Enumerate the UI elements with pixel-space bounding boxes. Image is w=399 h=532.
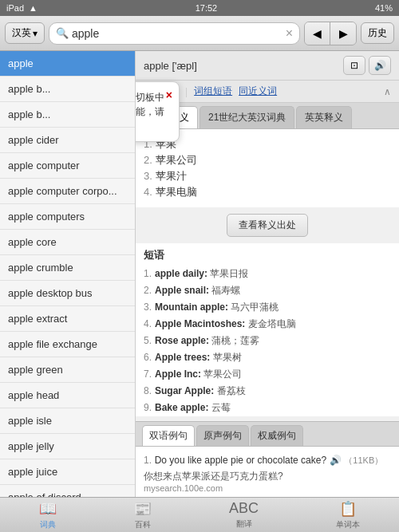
- bottom-tab-icon: ABC: [229, 500, 259, 517]
- dict-tab[interactable]: 英英释义: [296, 106, 352, 128]
- word-item[interactable]: apple b...: [0, 77, 135, 102]
- word-item[interactable]: apple isle: [0, 408, 135, 434]
- bottom-tab[interactable]: 📖 词典: [26, 497, 69, 533]
- bottom-tab-bar: 📖 词典 📰 百科 ABC 翻译 📋 单词本: [0, 497, 399, 532]
- bottom-tab[interactable]: 📰 百科: [121, 497, 164, 533]
- lang-switch-label: 汉英: [12, 26, 31, 40]
- word-item[interactable]: apple b...: [0, 102, 135, 128]
- example-tabs: 双语例句原声例句权威例句: [136, 421, 399, 447]
- toolbar: 汉英 ▾ 🔍 × ◀ ▶ 历史: [0, 16, 399, 51]
- phrase-item: 2.Apple snail: 福寿螺: [136, 282, 399, 299]
- search-icon: 🔍: [56, 27, 69, 39]
- lang-switch-button[interactable]: 汉英 ▾: [5, 22, 45, 44]
- tooltip-text: 有道词典将自动为您查询剪切板中的英文单词。如需关闭此功能，请到系统设置中更改。: [136, 92, 164, 132]
- bottom-tab-label: 百科: [135, 519, 151, 530]
- nav-buttons: ◀ ▶: [304, 22, 357, 45]
- bottom-tab-icon: 📋: [339, 500, 357, 518]
- status-left: iPad ▲: [6, 3, 38, 13]
- dict-item: 2.苹果公司: [144, 153, 391, 167]
- example-tab[interactable]: 双语例句: [142, 425, 195, 446]
- header-buttons: ⊡ 🔊: [343, 56, 391, 75]
- word-item[interactable]: apple desktop bus: [0, 281, 135, 306]
- chevron-down-icon: ▾: [33, 28, 38, 39]
- nav-forward-button[interactable]: ▶: [330, 22, 356, 45]
- clear-icon[interactable]: ×: [286, 26, 293, 41]
- example-tab[interactable]: 权威例句: [251, 425, 303, 446]
- dict-item: 1.苹果: [144, 137, 391, 152]
- word-item[interactable]: apple: [0, 51, 135, 77]
- bottom-tab-label: 词典: [40, 519, 56, 530]
- bottom-tab-label: 单词本: [336, 519, 360, 530]
- phrase-item: 9.Bake apple: 云莓: [136, 400, 399, 416]
- word-list: appleapple b...apple b...apple ciderappl…: [0, 51, 136, 497]
- word-item[interactable]: apple crumble: [0, 255, 135, 281]
- status-bar: iPad ▲ 17:52 41%: [0, 0, 399, 16]
- dict-item: 3.苹果汁: [144, 169, 391, 183]
- bottom-tab-icon: 📰: [134, 500, 152, 518]
- phonetic-header: apple ['æpl] ⊡ 🔊 有道词典将自动为您查询剪切板中的英文单词。如需…: [136, 51, 399, 81]
- history-button[interactable]: 历史: [361, 22, 394, 44]
- sound-button[interactable]: 🔊: [369, 56, 391, 75]
- battery: 41%: [375, 3, 393, 13]
- phrase-item: 4.Apple Macintoshes: 麦金塔电脑: [136, 316, 399, 333]
- tooltip-close-button[interactable]: ×: [166, 87, 172, 104]
- phrase-item: 8.Sugar Apple: 番荔枝: [136, 383, 399, 400]
- example-tab[interactable]: 原声例句: [196, 425, 249, 446]
- collapse-icon[interactable]: ∧: [384, 86, 391, 97]
- word-item[interactable]: apple core: [0, 230, 135, 255]
- bottom-tab-label: 翻译: [236, 518, 252, 530]
- word-item[interactable]: apple computers: [0, 204, 135, 230]
- word-item[interactable]: apple green: [0, 357, 135, 383]
- word-item[interactable]: apple juice: [0, 459, 135, 485]
- main-area: appleapple b...apple b...apple ciderappl…: [0, 51, 399, 497]
- example-block: 1. Do you like apple pie or chocolate ca…: [144, 453, 391, 493]
- word-item[interactable]: apple cider: [0, 128, 135, 153]
- phrases-list: 1.apple daily: 苹果日报2.Apple snail: 福寿螺3.M…: [136, 266, 399, 416]
- history-label: 历史: [368, 27, 387, 38]
- word-item[interactable]: apple of discord: [0, 485, 135, 497]
- status-time: 17:52: [196, 3, 218, 13]
- synonym-tag[interactable]: 同近义词: [239, 85, 277, 98]
- dict-tab[interactable]: 21世纪大英汉词典: [200, 106, 294, 128]
- word-item[interactable]: apple computer corpo...: [0, 179, 135, 204]
- content-panel: apple ['æpl] ⊡ 🔊 有道词典将自动为您查询剪切板中的英文单词。如需…: [136, 51, 399, 497]
- phrase-item: 1.apple daily: 苹果日报: [136, 266, 399, 282]
- clipboard-tooltip: 有道词典将自动为您查询剪切板中的英文单词。如需关闭此功能，请到系统设置中更改。 …: [136, 81, 180, 142]
- phonetic-text: apple ['æpl]: [144, 60, 197, 72]
- copy-button[interactable]: ⊡: [343, 56, 365, 75]
- bottom-tab[interactable]: ABC 翻译: [216, 497, 271, 532]
- wifi-icon: ▲: [29, 3, 38, 13]
- bottom-tab-icon: 📖: [39, 500, 57, 518]
- nav-back-button[interactable]: ◀: [305, 22, 330, 45]
- phrase-item: 3.Mountain apple: 马六甲蒲桃: [136, 299, 399, 316]
- word-item[interactable]: apple computer: [0, 153, 135, 179]
- phrase-tag[interactable]: 词组短语: [194, 85, 232, 98]
- phrase-item: 5.Rose apple: 蒲桃；莲雾: [136, 333, 399, 349]
- dict-item: 4.苹果电脑: [144, 185, 391, 199]
- phrases-title: 短语: [136, 243, 399, 266]
- phrase-item: 6.Apple trees: 苹果树: [136, 349, 399, 366]
- lookup-source-button[interactable]: 查看释义出处: [227, 214, 308, 237]
- bottom-tab[interactable]: 📋 单词本: [323, 497, 373, 533]
- word-item[interactable]: apple jelly: [0, 434, 135, 459]
- word-item[interactable]: apple extract: [0, 306, 135, 332]
- phrase-item: 7.Apple Inc: 苹果公司: [136, 366, 399, 383]
- examples-list: 1. Do you like apple pie or chocolate ca…: [136, 447, 399, 497]
- word-item[interactable]: apple head: [0, 383, 135, 408]
- search-bar: 🔍 ×: [49, 22, 300, 45]
- word-item[interactable]: apple file exchange: [0, 332, 135, 357]
- search-input[interactable]: [72, 27, 282, 40]
- status-right: 41%: [375, 3, 393, 13]
- carrier: iPad: [6, 3, 24, 13]
